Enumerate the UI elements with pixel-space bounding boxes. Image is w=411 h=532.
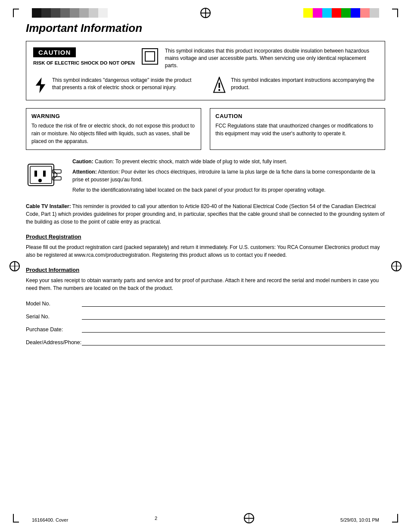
caution-label-box: CAUTION RISK OF ELECTRIC SHOCK DO NOT OP…: [33, 47, 135, 66]
dealer-label: Dealer/Address/Phone:: [26, 339, 82, 345]
footer-page-number: 2: [155, 516, 157, 521]
warning-box: WARNING To reduce the risk of fire or el…: [26, 108, 201, 150]
plug-texts: Caution: Caution: To prevent electric sh…: [72, 158, 385, 196]
info-box-bottom: This symbol indicates "dangerous voltage…: [33, 75, 378, 94]
left-color-strip: [32, 8, 108, 18]
serial-field-row: Serial No.: [26, 313, 385, 320]
main-content: Important Information CAUTION RISK OF EL…: [0, 22, 411, 369]
attention-line: Attention: Attention: Pour éviter les ch…: [72, 168, 385, 184]
purchase-label: Purchase Date:: [26, 327, 82, 333]
caution-box-text: FCC Regulations state that unauthorized …: [215, 122, 380, 137]
exclamation-icon: [212, 77, 227, 94]
left-side-crosshair: [9, 261, 20, 271]
svg-rect-7: [43, 171, 46, 177]
warning-header: WARNING: [31, 113, 196, 119]
product-information-heading: Product Information: [26, 267, 385, 273]
dealer-field-row: Dealer/Address/Phone:: [26, 339, 385, 345]
double-insulation-icon: [142, 48, 158, 65]
product-registration-heading: Product Registration: [26, 233, 385, 240]
page-title: Important Information: [26, 22, 385, 35]
right-color-strip: [303, 8, 379, 18]
purchase-field-row: Purchase Date:: [26, 326, 385, 333]
footer-spacer-right: [383, 514, 389, 523]
exclamation-text: This symbol indicates important instruct…: [231, 77, 378, 91]
refer-line: Refer to the identification/rating label…: [72, 186, 385, 194]
model-field-row: Model No.: [26, 300, 385, 307]
model-label: Model No.: [26, 301, 82, 307]
purchase-line: [82, 326, 385, 333]
caution-box: CAUTION FCC Regulations state that unaut…: [210, 108, 385, 150]
product-registration-section: Product Registration Please fill out the…: [26, 233, 385, 259]
corner-top-left: [13, 9, 19, 17]
footer-spacer-left: [22, 514, 28, 523]
plug-image: [26, 158, 65, 192]
corner-bottom-right: [392, 514, 398, 523]
footer-center-crosshair: [244, 513, 254, 523]
double-insulation-inner: [145, 51, 155, 62]
svg-rect-6: [34, 171, 37, 177]
right-side-crosshair: [391, 261, 402, 271]
svg-rect-3: [218, 89, 220, 91]
form-fields: Model No. Serial No. Purchase Date: Deal…: [26, 300, 385, 345]
product-registration-text: Please fill out the product registration…: [26, 243, 385, 259]
info-box: CAUTION RISK OF ELECTRIC SHOCK DO NOT OP…: [26, 41, 385, 100]
page-footer: 16166400. Cover 2 5/29/03, 10:01 PM: [0, 513, 411, 523]
svg-rect-2: [218, 83, 220, 88]
cable-tv-section: Cable TV Installer: This reminder is pro…: [26, 202, 385, 226]
serial-line: [82, 313, 385, 320]
caution-subtext: RISK OF ELECTRIC SHOCK DO NOT OPEN: [33, 60, 135, 66]
lightning-text: This symbol indicates "dangerous voltage…: [52, 77, 199, 91]
footer-code: 16166400. Cover: [32, 517, 68, 523]
caution-box-header: CAUTION: [215, 113, 380, 119]
dealer-line: [82, 339, 385, 345]
double-insulation-text: This symbol indicates that this product …: [165, 47, 378, 69]
exclamation-row: This symbol indicates important instruct…: [212, 77, 378, 94]
svg-point-8: [38, 179, 42, 182]
corner-spacer-left: [22, 9, 28, 17]
lightning-icon: [33, 77, 48, 94]
corner-spacer-right: [383, 9, 389, 17]
model-line: [82, 300, 385, 307]
footer-date: 5/29/03, 10:01 PM: [340, 517, 379, 523]
info-box-top: CAUTION RISK OF ELECTRIC SHOCK DO NOT OP…: [33, 47, 378, 69]
warning-text: To reduce the risk of fire or electric s…: [31, 122, 196, 145]
svg-rect-4: [28, 164, 54, 186]
serial-label: Serial No.: [26, 314, 82, 320]
lightning-row: This symbol indicates "dangerous voltage…: [33, 77, 199, 94]
product-information-text: Keep your sales receipt to obtain warran…: [26, 277, 385, 292]
svg-marker-0: [36, 78, 46, 93]
warning-caution-row: WARNING To reduce the risk of fire or el…: [26, 108, 385, 150]
corner-top-right: [392, 9, 398, 17]
plug-section: Caution: Caution: To prevent electric sh…: [26, 158, 385, 196]
corner-bottom-left: [13, 514, 19, 523]
caution-line: Caution: Caution: To prevent electric sh…: [72, 158, 385, 165]
center-crosshair: [200, 8, 211, 18]
cable-tv-text: This reminder is provided to call your a…: [26, 203, 385, 225]
product-information-section: Product Information Keep your sales rece…: [26, 267, 385, 292]
top-bar: [0, 0, 411, 22]
caution-badge: CAUTION: [33, 47, 76, 57]
